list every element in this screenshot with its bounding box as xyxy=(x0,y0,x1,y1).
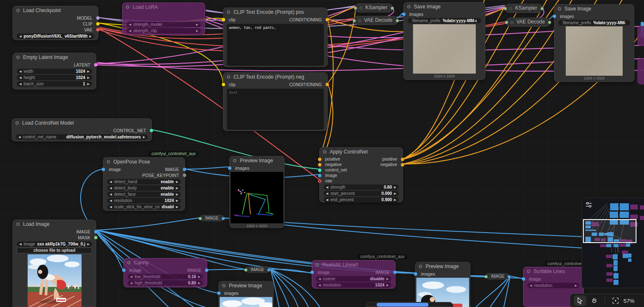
arrow-left-icon[interactable]: ◀ xyxy=(129,22,131,27)
width-widget[interactable]: ◀width1024▶ xyxy=(17,69,92,74)
saved-image-preview[interactable] xyxy=(566,26,623,76)
output-dot[interactable] xyxy=(508,275,511,278)
filename-prefix-widget[interactable]: filename_prefix%date:yyyy-MM-dd% xyxy=(558,20,630,26)
image-slot-dot[interactable] xyxy=(522,277,525,281)
input-image[interactable]: image xyxy=(320,173,403,178)
arrow-left-icon[interactable]: ◀ xyxy=(326,184,328,190)
pan-tool-button[interactable] xyxy=(588,295,600,306)
prompt-textarea[interactable]: text xyxy=(227,89,324,130)
model-slot-dot[interactable] xyxy=(96,16,100,20)
arrow-right-icon[interactable]: ▶ xyxy=(196,28,198,33)
input-images[interactable]: images xyxy=(230,165,284,171)
arrow-left-icon[interactable]: ◀ xyxy=(326,191,328,196)
arrow-right-icon[interactable]: ▶ xyxy=(575,283,577,288)
conditioning-slot-dot[interactable] xyxy=(318,158,321,161)
input-image[interactable]: image xyxy=(124,267,141,273)
arrow-left-icon[interactable]: ◀ xyxy=(19,241,21,247)
node-canny[interactable]: Canny imageIMAGE ◀low_threshold0.16▶ ◀hi… xyxy=(123,258,207,287)
scale-stick-widget[interactable]: ◀scale_stick_for_xinsr_cndisable▶ xyxy=(107,204,181,210)
output-negative[interactable]: negative xyxy=(380,162,403,167)
output-dot[interactable] xyxy=(548,21,551,24)
vae-slot-dot[interactable] xyxy=(96,28,100,31)
pose-skeleton-image[interactable] xyxy=(231,172,283,223)
image-slot-dot[interactable] xyxy=(94,230,97,233)
arrow-right-icon[interactable]: ▶ xyxy=(387,276,389,281)
node-vae-decode-2[interactable]: VAE Decode xyxy=(506,18,550,27)
high-threshold-widget[interactable]: ◀high_threshold0.80▶ xyxy=(128,280,203,286)
arrow-right-icon[interactable]: ▶ xyxy=(176,192,178,197)
strength-clip-widget[interactable]: ◀strength_clip▶ xyxy=(126,28,201,33)
arrow-left-icon[interactable]: ◀ xyxy=(19,33,21,39)
comfyui-canvas[interactable]: { "icons": {"arrow_left": "◀", "arrow_ri… xyxy=(0,0,644,307)
choose-file-button[interactable]: choose file to upload xyxy=(17,248,92,253)
strength-widget[interactable]: ◀strength0.60▶ xyxy=(323,184,399,190)
node-ksampler-1[interactable]: KSampler xyxy=(355,3,393,13)
node-title[interactable]: OpenPose Pose xyxy=(103,158,185,166)
output-image[interactable]: IMAGE xyxy=(187,267,207,273)
input-dot[interactable] xyxy=(199,217,202,220)
collapse-icon[interactable] xyxy=(16,56,20,59)
input-dot[interactable] xyxy=(504,7,507,10)
image-slot-dot[interactable] xyxy=(318,174,321,177)
arrow-right-icon[interactable]: ▶ xyxy=(387,282,389,288)
images-slot-dot[interactable] xyxy=(228,166,231,170)
input-positive[interactable]: positive xyxy=(320,156,340,162)
collapse-icon[interactable] xyxy=(511,21,513,24)
images-slot-dot[interactable] xyxy=(553,15,556,18)
collapse-icon[interactable] xyxy=(107,160,110,164)
input-control-net[interactable]: control_net xyxy=(320,167,403,173)
node-ksampler-2[interactable]: KSampler xyxy=(505,4,543,13)
resolution-widget[interactable]: ◀resolution▶ xyxy=(527,283,580,288)
node-title[interactable]: Realistic Lineart xyxy=(312,261,395,269)
output-image[interactable]: IMAGE xyxy=(13,229,96,235)
prompt-textarea[interactable]: women, tan, red pants, xyxy=(227,24,324,66)
arrow-left-icon[interactable]: ◀ xyxy=(318,282,321,288)
clouds-image-preview[interactable] xyxy=(220,297,272,307)
output-dot[interactable] xyxy=(222,217,225,220)
arrow-left-icon[interactable]: ◀ xyxy=(129,28,131,33)
arrow-left-icon[interactable]: ◀ xyxy=(530,283,532,288)
node-save-image-2[interactable]: Save Image images filename_prefix%date:y… xyxy=(554,4,634,82)
node-preview-image-clouds[interactable]: Preview Image images xyxy=(218,281,274,307)
filename-prefix-widget[interactable]: filename_prefix%date:yyyy-MM-dd% xyxy=(408,18,481,23)
image-slot-dot[interactable] xyxy=(205,269,208,272)
node-title[interactable]: Scribble Lines xyxy=(523,267,583,276)
collapse-icon[interactable] xyxy=(127,261,131,264)
arrow-left-icon[interactable]: ◀ xyxy=(19,81,21,87)
collapse-icon[interactable] xyxy=(323,150,326,154)
arrow-right-icon[interactable]: ▶ xyxy=(176,185,178,191)
image-slot-dot[interactable] xyxy=(393,271,397,274)
collapse-icon[interactable] xyxy=(359,7,362,10)
collapse-icon[interactable] xyxy=(419,265,422,268)
images-slot-dot[interactable] xyxy=(217,292,221,295)
coarse-widget[interactable]: ◀coarsedisable▶ xyxy=(316,276,391,281)
input-image[interactable]: image xyxy=(312,269,330,275)
strength-model-widget[interactable]: ◀strength_model▶ xyxy=(126,22,201,27)
arrow-right-icon[interactable]: ▶ xyxy=(87,241,90,247)
clip-slot-dot[interactable] xyxy=(222,83,225,86)
conditioning-slot-dot[interactable] xyxy=(318,163,321,166)
input-dot[interactable] xyxy=(485,275,487,278)
input-image[interactable]: image xyxy=(103,166,121,172)
canvas-toolbar[interactable]: 57% xyxy=(570,294,644,307)
node-title[interactable]: Save Image xyxy=(554,5,634,13)
output-dot[interactable] xyxy=(396,19,399,22)
arrow-left-icon[interactable]: ◀ xyxy=(130,280,132,286)
output-dot[interactable] xyxy=(391,7,394,10)
node-clip-text-encode-neg[interactable]: CLIP Text Encode (Prompt) neg clipCONDIT… xyxy=(223,72,328,131)
images-slot-dot[interactable] xyxy=(402,13,405,16)
arrow-left-icon[interactable]: ◀ xyxy=(110,179,112,184)
pose-keypoint-slot-dot[interactable] xyxy=(183,174,186,177)
arrow-left-icon[interactable]: ◀ xyxy=(18,134,21,140)
conditioning-slot-dot[interactable] xyxy=(326,18,329,21)
control-net-slot-dot[interactable] xyxy=(150,129,153,132)
fit-view-button[interactable] xyxy=(609,295,622,306)
output-latent[interactable]: LATENT xyxy=(13,62,96,68)
clip-slot-dot[interactable] xyxy=(222,18,225,21)
arrow-right-icon[interactable]: ▶ xyxy=(143,134,145,140)
ckpt-name-combo[interactable]: ◀ponyDiffusionV6XL_v6StartWithThisOne...… xyxy=(17,33,94,39)
output-clip[interactable]: CLIP xyxy=(13,21,98,27)
node-title[interactable]: Empty Latent Image xyxy=(13,53,96,62)
control-net-name-widget[interactable]: ◀control_net_namediffusion_pytorch_model… xyxy=(16,134,148,140)
resolution-widget[interactable]: ◀resolution1024▶ xyxy=(316,282,391,288)
